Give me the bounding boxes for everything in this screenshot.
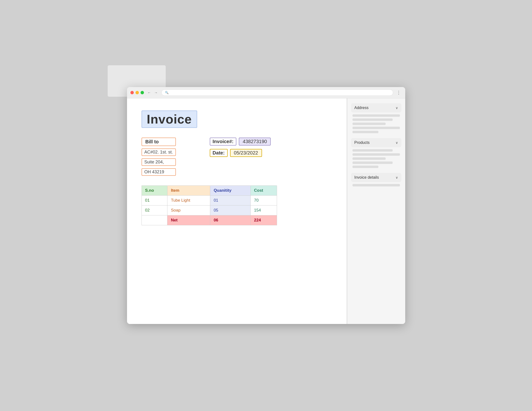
- browser-chrome: ← → 🔍 ⋮: [127, 87, 405, 98]
- cell-sno-2: 02: [142, 206, 167, 215]
- invoice-number-value: 438273190: [239, 138, 271, 146]
- traffic-lights: [130, 91, 144, 94]
- chevron-down-icon: ∨: [396, 176, 398, 179]
- nav-buttons: ← →: [146, 90, 159, 95]
- placeholder-line: [352, 122, 386, 125]
- invoice-date-value: 05/23/2022: [230, 149, 262, 157]
- col-header-item: Item: [167, 186, 210, 196]
- invoice-number-row: Invoice#: 438273190: [210, 138, 271, 146]
- cell-cost-1: 70: [250, 196, 277, 206]
- forward-button[interactable]: →: [153, 90, 159, 95]
- bill-to-section: Bill to AC#02. 1st. st. Suite 204, OH 43…: [142, 138, 176, 176]
- chevron-down-icon: ∨: [396, 106, 398, 110]
- products-placeholder-lines: [351, 149, 401, 171]
- accordion-invoice-details-label: Invoice details: [354, 175, 379, 180]
- browser-menu-button[interactable]: ⋮: [396, 89, 402, 96]
- placeholder-line: [352, 184, 400, 187]
- products-table: S.no Item Quanitity Cost 01 Tube Light 0…: [142, 186, 277, 225]
- invoice-header: Bill to AC#02. 1st. st. Suite 204, OH 43…: [142, 138, 332, 176]
- placeholder-line: [352, 157, 386, 160]
- cell-net-empty: [142, 215, 167, 225]
- traffic-light-green[interactable]: [141, 91, 144, 94]
- invoice-title: Invoice: [142, 111, 197, 128]
- table-row: 01 Tube Light 01 70: [142, 196, 277, 206]
- invoice-meta: Invoice#: 438273190 Date: 05/23/2022: [210, 138, 271, 157]
- cell-cost-2: 154: [250, 206, 277, 215]
- invoice-details-placeholder-lines: [351, 184, 401, 190]
- sidebar-section-address: Address ∨: [351, 103, 401, 137]
- placeholder-line: [352, 114, 400, 117]
- placeholder-line: [352, 153, 400, 156]
- address-line-2: Suite 204,: [142, 158, 176, 166]
- placeholder-line: [352, 119, 393, 121]
- placeholder-line: [352, 127, 400, 129]
- col-header-quantity: Quanitity: [210, 186, 251, 196]
- accordion-address-label: Address: [354, 106, 369, 110]
- chevron-down-icon: ∨: [396, 141, 398, 145]
- cell-qty-1: 01: [210, 196, 251, 206]
- browser-body: Invoice Bill to AC#02. 1st. st. Suite 20…: [127, 98, 405, 324]
- invoice-number-label: Invoice#:: [210, 138, 237, 146]
- accordion-products[interactable]: Products ∨: [351, 138, 401, 147]
- accordion-products-label: Products: [354, 140, 370, 145]
- sidebar-section-invoice-details: Invoice details ∨: [351, 173, 401, 190]
- table-net-row: Net 06 224: [142, 215, 277, 225]
- search-icon: 🔍: [165, 91, 169, 94]
- placeholder-line: [352, 131, 379, 133]
- cell-sno-1: 01: [142, 196, 167, 206]
- placeholder-line: [352, 149, 393, 152]
- table-header-row: S.no Item Quanitity Cost: [142, 186, 277, 196]
- placeholder-line: [352, 166, 379, 168]
- address-line-3: OH 43219: [142, 168, 176, 176]
- back-button[interactable]: ←: [146, 90, 152, 95]
- sidebar-section-products: Products ∨: [351, 138, 401, 171]
- cell-item-2: Soap: [167, 206, 210, 215]
- cell-qty-2: 05: [210, 206, 251, 215]
- browser-window: ← → 🔍 ⋮ Invoice Bill to AC#02. 1st. st.: [127, 87, 405, 324]
- table-row: 02 Soap 05 154: [142, 206, 277, 215]
- traffic-light-red[interactable]: [130, 91, 134, 94]
- invoice-date-row: Date: 05/23/2022: [210, 149, 271, 157]
- right-sidebar: Address ∨ Products ∨: [347, 98, 405, 324]
- col-header-cost: Cost: [250, 186, 277, 196]
- cell-net-label: Net: [167, 215, 210, 225]
- accordion-address[interactable]: Address ∨: [351, 103, 401, 112]
- col-header-sno: S.no: [142, 186, 167, 196]
- traffic-light-yellow[interactable]: [135, 91, 139, 94]
- main-content: Invoice Bill to AC#02. 1st. st. Suite 20…: [127, 98, 347, 324]
- bill-to-label: Bill to: [142, 138, 176, 146]
- invoice-date-label: Date:: [210, 149, 228, 157]
- address-placeholder-lines: [351, 114, 401, 137]
- address-bar[interactable]: 🔍: [161, 89, 393, 96]
- accordion-invoice-details[interactable]: Invoice details ∨: [351, 173, 401, 182]
- cell-net-cost: 224: [250, 215, 277, 225]
- placeholder-line: [352, 161, 393, 164]
- cell-item-1: Tube Light: [167, 196, 210, 206]
- address-line-1: AC#02. 1st. st.: [142, 149, 176, 156]
- cell-net-quantity: 06: [210, 215, 251, 225]
